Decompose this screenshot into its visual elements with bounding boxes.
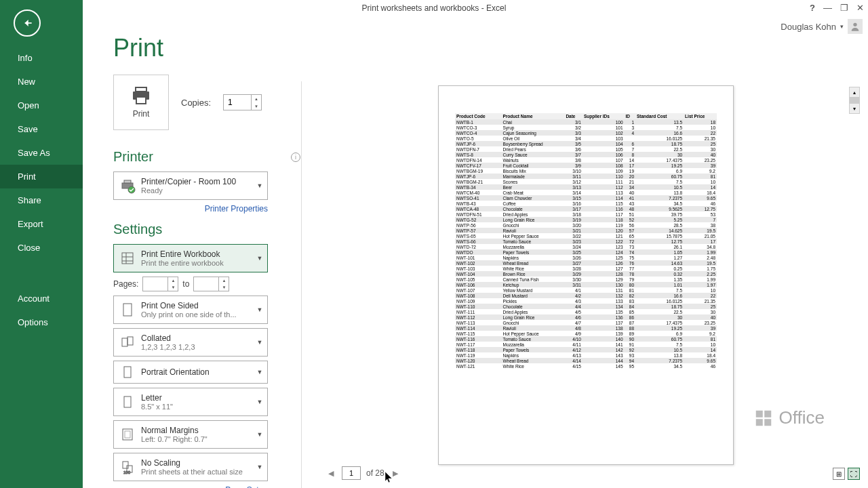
print-what-selector[interactable]: Print Entire WorkbookPrint the entire wo…	[113, 244, 268, 272]
margins-selector[interactable]: Normal MarginsLeft: 0.7" Right: 0.7" ▼	[113, 420, 268, 449]
zoom-to-page-icon[interactable]: ⛶	[848, 468, 860, 480]
pages-to-spinner[interactable]: ▲▼	[193, 277, 229, 291]
paper-icon	[118, 391, 137, 413]
nav-save[interactable]: Save	[0, 117, 83, 141]
scaling-selector[interactable]: 100 No ScalingPrint sheets at their actu…	[113, 453, 268, 481]
page-number-input[interactable]	[342, 466, 361, 480]
svg-rect-25	[764, 419, 771, 426]
printer-heading: Printer i	[113, 149, 300, 165]
pages-from-spinner[interactable]: ▲▼	[142, 277, 178, 291]
copies-down-icon[interactable]: ▼	[252, 102, 261, 110]
show-margins-icon[interactable]: ⊞	[833, 468, 845, 480]
prev-page-icon[interactable]: ◀	[326, 468, 336, 479]
svg-rect-23	[764, 410, 771, 417]
nav-share[interactable]: Share	[0, 188, 83, 212]
svg-rect-18	[125, 431, 130, 438]
printer-selector[interactable]: Printer/Copier - Room 100 Ready ▼	[113, 171, 268, 200]
copies-up-icon[interactable]: ▲	[252, 95, 261, 102]
divider	[301, 81, 302, 488]
svg-rect-15	[124, 367, 131, 378]
sides-selector[interactable]: Print One SidedOnly print on one side of…	[113, 296, 268, 324]
portrait-icon	[118, 361, 137, 383]
page-navigator: ◀ of 28 ▶	[326, 466, 401, 480]
nav-close[interactable]: Close	[0, 236, 83, 260]
info-icon[interactable]: i	[291, 152, 300, 162]
svg-text:100: 100	[123, 470, 131, 474]
nav-new[interactable]: New	[0, 70, 83, 94]
settings-heading: Settings	[113, 222, 300, 237]
collate-selector[interactable]: Collated1,2,3 1,2,3 1,2,3 ▼	[113, 328, 268, 357]
nav-options[interactable]: Options	[0, 310, 83, 334]
scaling-icon: 100	[118, 456, 137, 478]
copies-input[interactable]	[224, 95, 251, 110]
backstage-sidebar: InfoNewOpenSaveSave AsPrintShareExportCl…	[0, 0, 83, 488]
margins-icon	[118, 424, 137, 445]
back-button[interactable]	[14, 9, 41, 37]
svg-rect-16	[124, 396, 131, 407]
preview-scrollbar[interactable]: ▴▾	[849, 87, 860, 114]
svg-rect-8	[122, 253, 133, 264]
copies-spinner[interactable]: ▲▼	[223, 94, 262, 110]
svg-rect-6	[124, 180, 131, 183]
preview-table: Product CodeProduct NameDateSupplier IDs…	[455, 113, 717, 369]
svg-rect-1	[25, 22, 32, 24]
svg-rect-2	[136, 87, 146, 92]
svg-rect-24	[755, 419, 762, 426]
printer-icon	[130, 86, 152, 105]
svg-rect-22	[755, 410, 762, 417]
page-total: of 28	[366, 468, 384, 478]
nav-print[interactable]: Print	[0, 165, 83, 188]
print-preview: ▴▾ Product CodeProduct NameDateSupplier …	[312, 43, 860, 480]
office-logo: Office	[753, 407, 825, 428]
chevron-down-icon: ▼	[255, 255, 264, 262]
workbook-icon	[118, 247, 137, 269]
paper-size-selector[interactable]: Letter8.5" x 11" ▼	[113, 388, 268, 416]
page-icon	[118, 299, 137, 321]
preview-page: Product CodeProduct NameDateSupplier IDs…	[438, 85, 734, 465]
pages-range: Pages: ▲▼ to ▲▼	[113, 277, 300, 291]
copies-label: Copies:	[181, 98, 211, 108]
svg-rect-17	[123, 429, 132, 440]
collate-icon	[118, 331, 137, 353]
nav-info[interactable]: Info	[0, 46, 83, 70]
nav-account[interactable]: Account	[0, 287, 83, 310]
orientation-selector[interactable]: Portrait Orientation ▼	[113, 361, 268, 384]
svg-rect-14	[127, 337, 133, 345]
svg-rect-13	[122, 338, 127, 346]
next-page-icon[interactable]: ▶	[390, 468, 401, 479]
nav-save-as[interactable]: Save As	[0, 141, 83, 165]
svg-rect-19	[123, 462, 128, 468]
printer-properties-link[interactable]: Printer Properties	[113, 204, 268, 214]
printer-ready-icon	[118, 175, 137, 197]
nav-open[interactable]: Open	[0, 94, 83, 117]
chevron-down-icon: ▼	[255, 182, 264, 189]
page-setup-link[interactable]: Page Setup	[113, 485, 268, 488]
print-button[interactable]: Print	[113, 75, 169, 130]
svg-rect-4	[136, 97, 146, 104]
nav-export[interactable]: Export	[0, 212, 83, 236]
svg-rect-12	[123, 304, 132, 316]
